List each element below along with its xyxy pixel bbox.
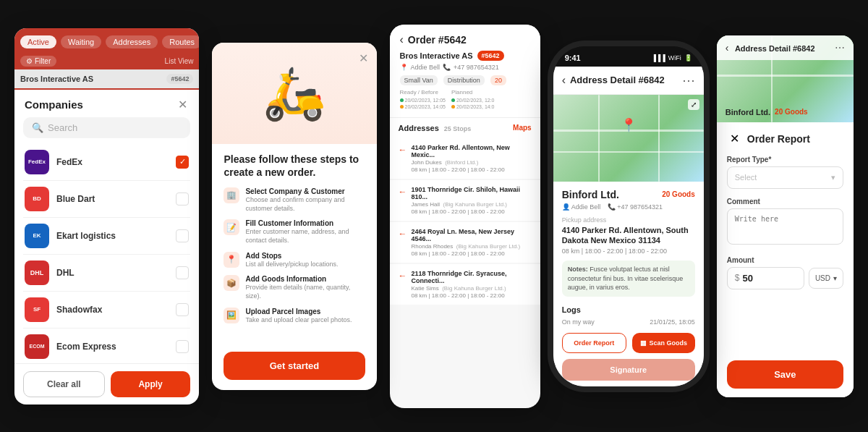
- more-icon[interactable]: ⋯: [835, 42, 845, 54]
- map-road-h: [717, 75, 854, 77]
- back-arrow-icon[interactable]: ‹: [726, 42, 729, 54]
- address-street-3: 2464 Royal Ln. Mesa, New Jersey 4546...: [412, 228, 532, 242]
- company-checkbox-ecom[interactable]: [176, 340, 189, 353]
- company-checkbox-shadowfax[interactable]: [176, 303, 189, 316]
- report-type-placeholder: Select: [735, 173, 757, 182]
- companies-filter-panel: Active Waiting Addresses Routes ⚙ Filter…: [14, 28, 199, 405]
- person-icon: 👤: [562, 203, 570, 211]
- addresses-label: Addresses: [399, 124, 439, 132]
- notes-label: Notes:: [568, 266, 588, 273]
- selected-company-name: Bros Interactive AS: [20, 75, 93, 83]
- more-options-icon[interactable]: ⋯: [682, 72, 695, 88]
- list-item[interactable]: SF Shadowfax: [23, 292, 190, 329]
- date-orange-ready: 20/02/2023, 14:05: [405, 104, 446, 109]
- list-item[interactable]: DHL DHL: [23, 255, 190, 292]
- upload-images-icon: 🖼️: [224, 308, 239, 323]
- arrow-icon: ←: [399, 187, 407, 197]
- list-item[interactable]: ← 4140 Parker Rd. Allentown, New Mexic..…: [390, 138, 540, 179]
- selected-company-id: #5642: [166, 74, 193, 84]
- back-arrow-icon[interactable]: ‹: [562, 74, 566, 87]
- arrow-icon: ←: [399, 145, 407, 155]
- list-item[interactable]: ← 2118 Thornridge Cir. Syracuse, Connect…: [390, 264, 540, 305]
- step-5-desc: Take and upload clear parcel photos.: [245, 316, 352, 325]
- phone-frame: 9:41 ▐▐▐ WiFi 🔋 ‹ Address Detail #6842 ⋯: [553, 46, 704, 386]
- list-item[interactable]: BD Blue Dart: [23, 181, 190, 218]
- step-3: 📍 Add Stops List all delivery/pickup loc…: [224, 252, 365, 269]
- company-logo-ecom: ECOM: [25, 334, 49, 359]
- company-checkbox-bluedart[interactable]: [176, 192, 189, 206]
- list-item[interactable]: ← 1901 Thornridge Cir. Shiloh, Hawaii 81…: [390, 180, 540, 221]
- amount-field: Amount $ 50 USD ▾: [727, 256, 843, 289]
- order-company-name: Bros Interactive AS: [400, 51, 473, 60]
- step-1: 🏢 Select Company & Customer Choose and c…: [224, 187, 365, 213]
- add-stops-icon: 📍: [224, 252, 239, 268]
- tab-waiting[interactable]: Waiting: [61, 35, 101, 48]
- clear-all-button[interactable]: Clear all: [23, 371, 105, 397]
- company-checkbox-fedex[interactable]: ✓: [176, 156, 189, 169]
- list-view-button[interactable]: List View: [165, 57, 194, 65]
- expand-icon[interactable]: ⤢: [688, 99, 699, 110]
- signal-icon: ▐▐▐: [652, 54, 665, 62]
- list-item[interactable]: FedEx FedEx ✓: [23, 144, 190, 181]
- order-report-button[interactable]: Order Report: [562, 333, 626, 353]
- log-entry-time: 21/01/25, 18:05: [650, 318, 695, 326]
- close-icon[interactable]: ✕: [176, 98, 189, 111]
- save-button[interactable]: Save: [727, 360, 843, 389]
- step-1-desc: Choose and confirm company and customer …: [245, 196, 365, 213]
- tab-routes[interactable]: Routes: [162, 35, 199, 48]
- apply-button[interactable]: Apply: [111, 371, 191, 397]
- chevron-down-icon: ▾: [833, 274, 837, 282]
- list-item[interactable]: EK Ekart logistics: [23, 218, 190, 255]
- step-4-desc: Provide item details (name, quantity, si…: [245, 284, 365, 300]
- order-id-badge: #5642: [477, 51, 504, 61]
- phone-time: 9:41: [565, 54, 581, 62]
- addr-detail-title: Address Detail #6842: [570, 75, 665, 85]
- search-icon: 🔍: [32, 122, 43, 133]
- new-order-steps-panel: ✕ 🛵 Please follow these steps to create …: [212, 43, 376, 390]
- list-view-label: List View: [165, 57, 194, 65]
- scan-goods-button[interactable]: ▦ Scan Goods: [632, 333, 695, 353]
- order-detail-panel: ‹ Order #5642 Bros Interactive AS #5642 …: [390, 25, 540, 408]
- currency-select[interactable]: USD ▾: [809, 268, 843, 289]
- contact-phone[interactable]: 📞 +47 987654321: [608, 203, 663, 211]
- order-phone-num: +47 987654321: [454, 64, 499, 71]
- order-contact: Addie Bell: [411, 64, 441, 71]
- filter-button[interactable]: ⚙ Filter: [20, 56, 56, 67]
- log-entry-text: On my way: [562, 318, 595, 326]
- signature-button[interactable]: Signature: [562, 359, 695, 381]
- tab-active[interactable]: Active: [20, 35, 56, 48]
- comment-textarea[interactable]: [727, 208, 843, 245]
- comment-field: Comment: [727, 198, 843, 247]
- order-phone: 📞: [443, 64, 451, 71]
- companies-title: Companies: [25, 98, 83, 111]
- close-report-icon[interactable]: ✕: [727, 131, 743, 147]
- company-detail-name: Binford Ltd.: [562, 189, 619, 200]
- search-input[interactable]: 🔍 Search: [23, 117, 190, 138]
- report-modal-title: Order Report: [747, 133, 810, 145]
- company-checkbox-ekart[interactable]: [176, 229, 189, 242]
- pickup-meta: 08 km | 18:00 - 22:00 | 18:00 - 22:00: [562, 247, 695, 255]
- vehicle-tag: Small Van: [400, 75, 438, 85]
- type-tag: Distribution: [443, 75, 485, 85]
- company-logo-ekart: EK: [25, 224, 49, 248]
- address-times-4: 08 km | 18:00 - 22:00 | 18:00 - 22:00: [412, 292, 532, 299]
- company-checkbox-dhl[interactable]: [176, 266, 189, 279]
- date-green-planned: 20/02/2023, 12:0: [456, 98, 495, 103]
- back-arrow-icon[interactable]: ‹: [400, 33, 404, 46]
- address-street-4: 2118 Thornridge Cir. Syracuse, Connecti.…: [412, 270, 532, 284]
- report-type-select[interactable]: Select ▾: [727, 166, 843, 189]
- filter-label: Filter: [35, 57, 51, 65]
- close-icon[interactable]: ✕: [359, 51, 368, 65]
- phone-notch: 9:41 ▐▐▐ WiFi 🔋: [553, 46, 704, 67]
- company-logo-bluedart: BD: [25, 187, 49, 211]
- stops-count: 25 Stops: [444, 125, 472, 132]
- maps-button[interactable]: Maps: [513, 124, 532, 132]
- get-started-button[interactable]: Get started: [224, 352, 365, 380]
- steps-title: Please follow these steps to create a ne…: [224, 153, 365, 179]
- tab-addresses[interactable]: Addresses: [106, 35, 158, 48]
- logs-title: Logs: [562, 305, 581, 314]
- filter-icon: ⚙: [26, 57, 33, 65]
- list-item[interactable]: ECOM Ecom Express: [23, 329, 190, 363]
- list-item[interactable]: ← 2464 Royal Ln. Mesa, New Jersey 4546..…: [390, 222, 540, 263]
- planned-label: Planned: [451, 89, 495, 96]
